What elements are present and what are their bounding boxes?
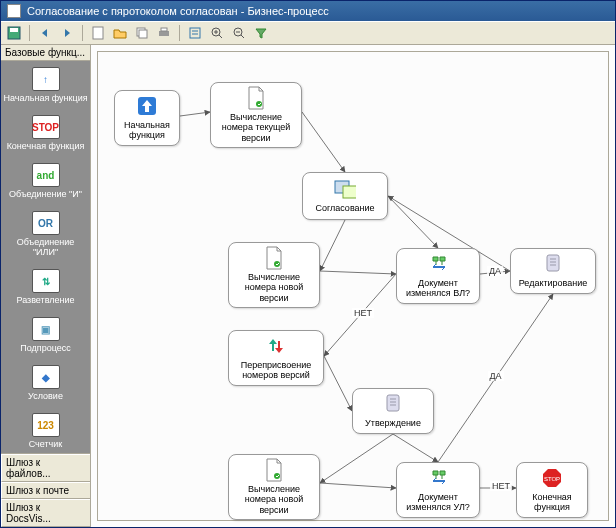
side-tab-0[interactable]: Шлюз к файлов... — [1, 454, 90, 482]
and-join-icon: and — [32, 163, 60, 187]
node-label: Согласование — [315, 203, 374, 213]
palette-label: Разветвление — [16, 295, 74, 305]
tb-open-icon[interactable] — [111, 24, 129, 42]
side-tab-2[interactable]: Шлюз к DocsVis... — [1, 499, 90, 527]
node-n_edit[interactable]: Редактирование — [510, 248, 596, 294]
palette-label: Счетчик — [29, 439, 63, 449]
end-function-icon: STOP — [32, 115, 60, 139]
edge-label: НЕТ — [490, 481, 512, 491]
svg-rect-20 — [343, 186, 356, 198]
node-n_docul[interactable]: Документ изменялся УЛ? — [396, 462, 480, 518]
node-label: Редактирование — [519, 278, 588, 288]
tb-new-icon[interactable] — [89, 24, 107, 42]
start-icon — [136, 95, 158, 117]
diagram-canvas[interactable]: Начальная функцияВычисление номера текущ… — [97, 51, 609, 521]
tb-zoomin-icon[interactable] — [208, 24, 226, 42]
node-label: Вычисление номера новой версии — [233, 484, 315, 515]
tb-save-icon[interactable] — [5, 24, 23, 42]
node-n_calc2[interactable]: Вычисление номера новой версии — [228, 242, 320, 308]
svg-rect-5 — [159, 31, 169, 36]
palette-label: Конечная функция — [7, 141, 85, 151]
palette-item-end-function[interactable]: STOPКонечная функция — [1, 109, 90, 157]
svg-text:STOP: STOP — [544, 476, 560, 482]
palette[interactable]: ↑Начальная функцияSTOPКонечная функцияan… — [1, 61, 90, 453]
svg-point-18 — [256, 101, 262, 107]
side-tabs: Шлюз к файлов...Шлюз к почтеШлюз к DocsV… — [1, 453, 90, 527]
titlebar[interactable]: Согласование с пяротоколом согласован - … — [1, 1, 615, 21]
counter-icon: 123 — [32, 413, 60, 437]
tb-zoomout-icon[interactable] — [230, 24, 248, 42]
node-label: Документ изменялся ВЛ? — [401, 278, 475, 299]
palette-header[interactable]: Базовые функц... — [1, 45, 90, 61]
palette-item-subprocess[interactable]: ▣Подпроцесс — [1, 311, 90, 359]
app-icon — [7, 4, 21, 18]
edge — [324, 356, 352, 411]
node-label: Утверждение — [365, 418, 421, 428]
window-title: Согласование с пяротоколом согласован - … — [27, 5, 329, 17]
tb-print-icon[interactable] — [155, 24, 173, 42]
node-n_docvl[interactable]: Документ изменялся ВЛ? — [396, 248, 480, 304]
palette-item-and-join[interactable]: andОбъединение "И" — [1, 157, 90, 205]
svg-rect-1 — [10, 28, 18, 32]
palette-label: Условие — [28, 391, 63, 401]
palette-label: Начальная функция — [3, 93, 87, 103]
swap-icon — [265, 335, 287, 357]
condition-icon: ◆ — [32, 365, 60, 389]
node-label: Вычисление номера новой версии — [233, 272, 315, 303]
node-label: Переприсвоение номеров версий — [233, 360, 319, 381]
palette-item-start-function[interactable]: ↑Начальная функция — [1, 61, 90, 109]
svg-rect-2 — [93, 27, 103, 39]
svg-line-11 — [219, 35, 222, 38]
edit-icon — [542, 253, 564, 275]
edge — [320, 271, 396, 274]
cond-icon — [427, 253, 449, 275]
stop-icon: STOP — [541, 467, 563, 489]
svg-point-21 — [274, 261, 280, 267]
node-label: Начальная функция — [119, 120, 175, 141]
palette-item-branch[interactable]: ⇅Разветвление — [1, 263, 90, 311]
doc-icon — [263, 247, 285, 269]
toolbar — [1, 21, 615, 45]
svg-rect-26 — [387, 395, 399, 411]
edge — [320, 220, 345, 271]
node-n_calc3[interactable]: Вычисление номера новой версии — [228, 454, 320, 520]
palette-label: Объединение "ИЛИ" — [3, 237, 88, 257]
palette-item-or-join[interactable]: ORОбъединение "ИЛИ" — [1, 205, 90, 263]
subprocess-icon: ▣ — [32, 317, 60, 341]
svg-rect-22 — [547, 255, 559, 271]
node-n_reassign[interactable]: Переприсвоение номеров версий — [228, 330, 324, 386]
tb-sep — [82, 25, 83, 41]
svg-point-30 — [274, 473, 280, 479]
edit-icon — [382, 393, 404, 415]
palette-item-counter[interactable]: 123Счетчик — [1, 407, 90, 453]
tb-sep — [179, 25, 180, 41]
edge-label: НЕТ — [352, 308, 374, 318]
tb-copy-icon[interactable] — [133, 24, 151, 42]
or-join-icon: OR — [32, 211, 60, 235]
start-function-icon: ↑ — [32, 67, 60, 91]
doc-icon — [245, 87, 267, 109]
node-label: Вычисление номера текущей версии — [215, 112, 297, 143]
node-label: Конечная функция — [521, 492, 583, 513]
node-label: Документ изменялся УЛ? — [401, 492, 475, 513]
tb-props-icon[interactable] — [186, 24, 204, 42]
node-n_end[interactable]: STOPКонечная функция — [516, 462, 588, 518]
subproc-icon — [334, 178, 356, 200]
node-n_start[interactable]: Начальная функция — [114, 90, 180, 146]
edge — [320, 434, 393, 483]
svg-rect-7 — [190, 28, 200, 38]
canvas-wrap: Начальная функцияВычисление номера текущ… — [91, 45, 615, 527]
tb-filter-icon[interactable] — [252, 24, 270, 42]
node-n_sogl[interactable]: Согласование — [302, 172, 388, 220]
palette-label: Объединение "И" — [9, 189, 82, 199]
edge — [388, 196, 438, 248]
tb-forward-icon[interactable] — [58, 24, 76, 42]
palette-item-condition[interactable]: ◆Условие — [1, 359, 90, 407]
palette-label: Подпроцесс — [20, 343, 70, 353]
node-n_calc1[interactable]: Вычисление номера текущей версии — [210, 82, 302, 148]
node-n_appr[interactable]: Утверждение — [352, 388, 434, 434]
side-tab-1[interactable]: Шлюз к почте — [1, 482, 90, 499]
tb-sep — [29, 25, 30, 41]
tb-back-icon[interactable] — [36, 24, 54, 42]
cond-icon — [427, 467, 449, 489]
